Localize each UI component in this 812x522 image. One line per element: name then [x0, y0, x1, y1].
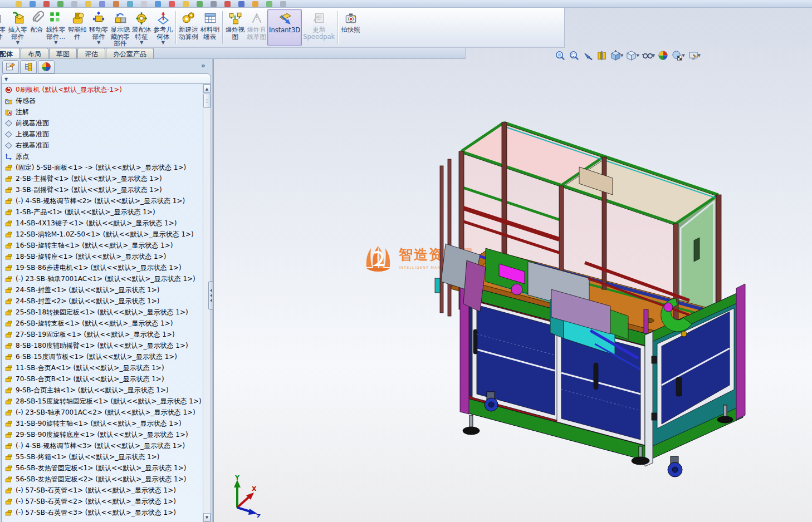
- toolbar-button-snapshot[interactable]: 拍快照: [340, 9, 361, 46]
- tree-item[interactable]: 26-SB-旋转支板<1> (默认<<默认>_显示状态 1>): [2, 318, 203, 329]
- toolbar-button-exploded-view[interactable]: 爆炸视 图: [224, 9, 246, 46]
- standard-toolbar-icon[interactable]: [183, 1, 189, 7]
- scroll-up-arrow[interactable]: ▲: [203, 85, 211, 93]
- tree-item[interactable]: 11-SB-合页A<1> (默认<<默认>_显示状态 1>): [2, 362, 203, 373]
- tree-item[interactable]: 24-SB-封盖<1> (默认<<默认>_显示状态 1>): [2, 284, 203, 296]
- tree-item[interactable]: 右视基准面: [2, 140, 203, 151]
- tree-item[interactable]: 27-SB-19固定板<1> (默认<<默认>_显示状态 1>): [2, 329, 203, 340]
- tree-item[interactable]: 9-SB-合页主轴<1> (默认<<默认>_显示状态 1>): [2, 385, 203, 396]
- document-tab-1[interactable]: 装配体: [0, 48, 20, 58]
- panel-tab-featuremanager[interactable]: [2, 60, 19, 73]
- document-tab-2[interactable]: 布局: [21, 48, 48, 58]
- standard-toolbar-icon[interactable]: [141, 1, 147, 7]
- tree-item[interactable]: 18-SB-旋转座<1> (默认<<默认>_显示状态 1>): [2, 251, 203, 262]
- tree-item[interactable]: 16-SB-旋转主轴<1> (默认<<默认>_显示状态 1>): [2, 240, 203, 251]
- dropdown-arrow-icon[interactable]: ▼: [652, 53, 655, 58]
- headsup-button-section-view[interactable]: [596, 50, 608, 61]
- tree-item[interactable]: (-) 57-SB-石英管<3> (默认<<默认>_显示状态 1>): [2, 507, 203, 518]
- standard-toolbar-icon[interactable]: [127, 1, 133, 7]
- tree-item[interactable]: 19-SB-86步进电机<1> (默认<<默认>_显示状态 1>): [2, 262, 203, 273]
- toolbar-button-update-speedpak[interactable]: 更新 Speedpak: [302, 9, 336, 46]
- headsup-button-hide-show-items[interactable]: ▼: [642, 50, 655, 61]
- tree-item[interactable]: (-) 57-SB-石英管<2> (默认<<默认>_显示状态 1>): [2, 496, 203, 507]
- standard-toolbar-icon[interactable]: [30, 1, 36, 7]
- panel-tab-configurationmanager[interactable]: [38, 60, 55, 73]
- toolbar-button-assembly-features[interactable]: 装配体 特征▼: [131, 9, 153, 46]
- standard-toolbar-icon[interactable]: [280, 1, 286, 7]
- dropdown-arrow-icon[interactable]: ▼: [636, 53, 639, 58]
- tree-item[interactable]: (-) 23-SB-轴承7001AC<2> (默认<<默认>_显示状态 1>): [2, 407, 203, 418]
- tree-item[interactable]: 70-SB-合页B<1> (默认<<默认>_显示状态 1>): [2, 373, 203, 385]
- tree-item[interactable]: 25-SB-18转接固定板<1> (默认<<默认>_显示状态 1>): [2, 307, 203, 318]
- headsup-button-apply-scene[interactable]: ▼: [672, 50, 684, 61]
- tree-item[interactable]: 3-SB-副摇臂<1> (默认<<默认>_显示状态 1>): [2, 184, 203, 195]
- dropdown-arrow-icon[interactable]: ▼: [682, 53, 684, 58]
- tree-item[interactable]: 28-SB-15度旋转轴固定板<1> (默认<<默认>_显示状态 1>): [2, 396, 203, 407]
- tree-item[interactable]: 前视基准面: [2, 117, 203, 129]
- toolbar-button-move-component[interactable]: 移动零 部件▼: [88, 9, 110, 46]
- toolbar-button-edit-component[interactable]: 编辑零 部件: [0, 9, 7, 46]
- tree-item[interactable]: 传感器: [2, 95, 203, 106]
- tree-item[interactable]: 12-SB-涡轮M-1.0Z-50<1> (默认<<默认>_显示状态 1>): [2, 229, 203, 240]
- standard-toolbar-icon[interactable]: [252, 1, 258, 7]
- headsup-button-view-orientation[interactable]: ▼: [610, 50, 623, 61]
- toolbar-button-reference-geometry[interactable]: 参考几 何体▼: [153, 9, 174, 46]
- tree-item[interactable]: 上视基准面: [2, 129, 203, 140]
- standard-toolbar-icon[interactable]: [71, 1, 77, 7]
- headsup-button-edit-appearance[interactable]: [658, 50, 669, 61]
- tree-item[interactable]: (固定) 5-SB-面板<1> -> (默认<<默认>_显示状态 1>): [2, 162, 203, 173]
- toolbar-button-explode-line-sketch[interactable]: 爆炸直 线草图: [246, 9, 268, 46]
- headsup-button-previous-view[interactable]: [583, 50, 594, 61]
- scroll-down-arrow[interactable]: ▼: [203, 513, 211, 521]
- tree-item[interactable]: 55-SB-烤箱<1> (默认<<默认>_显示状态 1>): [2, 451, 203, 462]
- tree-item[interactable]: A注解: [2, 106, 203, 117]
- toolbar-button-mate[interactable]: 配合: [28, 9, 45, 46]
- tree-item[interactable]: (-) 57-SB-石英管<1> (默认<<默认>_显示状态 1>): [2, 485, 203, 496]
- headsup-button-zoom-area[interactable]: [569, 50, 580, 61]
- toolbar-button-insert-component[interactable]: 插入零 部件▼: [7, 9, 29, 46]
- display-pane-header[interactable]: ▼: [1, 73, 211, 84]
- standard-toolbar-icon[interactable]: [266, 1, 272, 7]
- display-pane-dropdown-icon[interactable]: ▼: [4, 77, 8, 82]
- standard-toolbar-icon[interactable]: [16, 1, 22, 7]
- headsup-button-display-style[interactable]: ▼: [626, 50, 639, 61]
- tree-item[interactable]: (-) 23-SB-轴承7001AC<1> (默认<<默认>_显示状态 1>): [2, 273, 203, 284]
- document-tab-3[interactable]: 草图: [49, 48, 77, 58]
- document-tab-5[interactable]: 办公室产品: [106, 48, 154, 58]
- headsup-button-view-settings[interactable]: ▼: [688, 50, 701, 61]
- tree-item[interactable]: 24-SB-封盖<2> (默认<<默认>_显示状态 1>): [2, 296, 203, 307]
- scrollbar-thumb[interactable]: [203, 93, 211, 108]
- standard-toolbar-icon[interactable]: [85, 1, 91, 7]
- standard-toolbar-icon[interactable]: [99, 1, 105, 7]
- tree-item[interactable]: 1-SB-产品<1> (默认<<默认>_显示状态 1>): [2, 206, 203, 218]
- dropdown-arrow-icon[interactable]: ▼: [162, 41, 165, 45]
- panel-tab-displaymanager[interactable]: [20, 60, 37, 73]
- tree-item[interactable]: 31-SB-90旋转主轴<1> (默认<<默认>_显示状态 1>): [2, 418, 203, 429]
- tree-item[interactable]: 0刷板机 (默认<默认_显示状态-1>): [2, 84, 203, 95]
- tree-item[interactable]: (-) 4-SB-规格调节棒<3> (默认<<默认>_显示状态 1>): [2, 440, 203, 451]
- standard-toolbar-icon[interactable]: [155, 1, 161, 7]
- standard-toolbar-icon[interactable]: [113, 1, 119, 7]
- panel-overflow-chevron[interactable]: »: [201, 61, 206, 70]
- toolbar-button-linear-pattern[interactable]: 线性零 部件...▼: [45, 9, 67, 46]
- toolbar-button-instant3d[interactable]: Instant3D: [267, 9, 302, 46]
- tree-item[interactable]: 6-SB-15度调节板<1> (默认<<默认>_显示状态 1>): [2, 351, 203, 362]
- toolbar-button-bom[interactable]: 材料明 细表: [199, 9, 221, 46]
- dropdown-arrow-icon[interactable]: ▼: [97, 41, 100, 45]
- dropdown-arrow-icon[interactable]: ▼: [140, 41, 143, 45]
- assembly-3d-model[interactable]: [214, 48, 812, 522]
- headsup-button-zoom-fit[interactable]: [555, 50, 566, 61]
- document-tab-4[interactable]: 评估: [77, 48, 105, 58]
- standard-toolbar-icon[interactable]: [169, 1, 175, 7]
- toolbar-button-motion-study[interactable]: 新建运 动算例: [178, 9, 199, 46]
- standard-toolbar-icon[interactable]: [197, 1, 203, 7]
- tree-item[interactable]: 29-SB-90度旋转底座<1> (默认<<默认>_显示状态 1>): [2, 429, 203, 440]
- tree-item[interactable]: 56-SB-发热管固定板<2> (默认<<默认>_显示状态 1>): [2, 474, 203, 485]
- panel-splitter-handle[interactable]: [208, 281, 213, 310]
- tree-item[interactable]: (-) 4-SB-规格调节棒<2> (默认<<默认>_显示状态 1>): [2, 195, 203, 206]
- standard-toolbar-icon[interactable]: [238, 1, 244, 7]
- standard-toolbar-icon[interactable]: [43, 1, 50, 7]
- dropdown-arrow-icon[interactable]: ▼: [698, 53, 701, 58]
- dropdown-arrow-icon[interactable]: ▼: [54, 41, 57, 45]
- toolbar-button-smart-fasteners[interactable]: 智能扣 件: [67, 9, 89, 46]
